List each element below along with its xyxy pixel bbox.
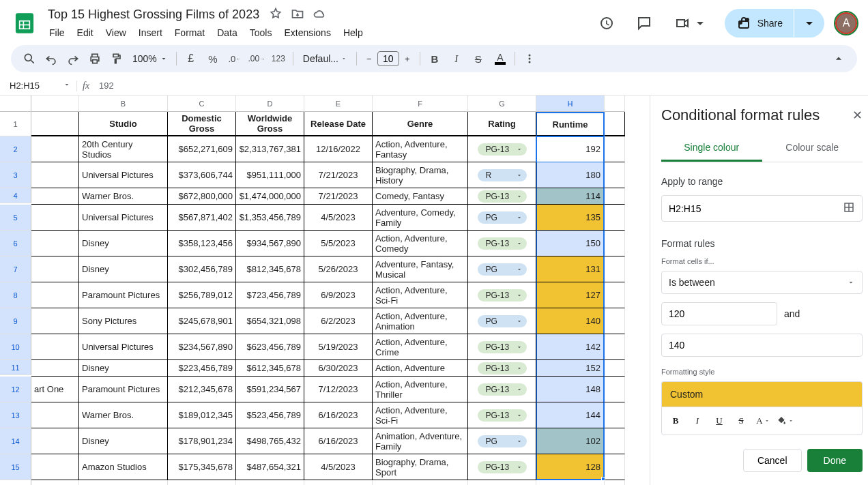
cell[interactable]: 128: [536, 454, 605, 480]
cell[interactable]: [605, 334, 625, 360]
cell[interactable]: $1,474,000,000: [236, 188, 304, 205]
cell[interactable]: Comedy, Fantasy: [373, 188, 468, 205]
cell[interactable]: $212,345,678: [168, 377, 236, 402]
col-header-G[interactable]: G: [468, 95, 536, 112]
cell[interactable]: Warner Bros.: [79, 402, 168, 428]
cell[interactable]: Paramount Pictures: [79, 282, 168, 308]
name-box[interactable]: [5, 79, 60, 92]
col-header-blank[interactable]: [605, 95, 625, 112]
cell[interactable]: 12/16/2022: [304, 136, 373, 162]
rating-chip[interactable]: PG-13: [478, 362, 527, 374]
cell[interactable]: 4/5/2023: [304, 454, 373, 480]
cell[interactable]: PG-13: [468, 136, 536, 162]
bold-icon[interactable]: B: [424, 48, 445, 69]
cell[interactable]: [31, 454, 79, 480]
cell[interactable]: $612,345,678: [236, 360, 304, 377]
close-panel-icon[interactable]: ✕: [852, 108, 863, 123]
cell[interactable]: [605, 188, 625, 205]
cell[interactable]: Amazon Studios: [79, 454, 168, 480]
cell[interactable]: Sony Pictures: [79, 308, 168, 334]
history-icon[interactable]: [592, 10, 620, 37]
cell[interactable]: $234,567,890: [168, 334, 236, 360]
comments-icon[interactable]: [631, 10, 658, 37]
cancel-button[interactable]: Cancel: [743, 449, 802, 472]
redo-icon[interactable]: [63, 48, 83, 69]
cell[interactable]: $178,901,234: [168, 428, 236, 454]
cell[interactable]: 180: [536, 162, 605, 188]
cell[interactable]: [605, 282, 625, 308]
menu-extensions[interactable]: Extensions: [278, 25, 336, 41]
rating-chip[interactable]: PG-13: [478, 190, 527, 203]
cell[interactable]: 142: [536, 334, 605, 360]
rating-chip[interactable]: PG-13: [478, 461, 527, 473]
cell[interactable]: [31, 231, 79, 256]
cell[interactable]: 140: [536, 308, 605, 334]
cell[interactable]: Animation, Adventure, Family: [373, 428, 468, 454]
menu-format[interactable]: Format: [169, 25, 210, 41]
cell[interactable]: $487,654,321: [236, 454, 304, 480]
cell[interactable]: Universal Pictures: [79, 162, 168, 188]
more-toolbar-icon[interactable]: [519, 48, 540, 69]
menu-edit[interactable]: Edit: [72, 25, 99, 41]
cell[interactable]: $654,321,098: [236, 308, 304, 334]
cell[interactable]: [31, 360, 79, 377]
cell[interactable]: PG-13: [468, 360, 536, 377]
italic-icon[interactable]: I: [446, 48, 467, 69]
cell[interactable]: PG-13: [468, 402, 536, 428]
cell[interactable]: [605, 428, 625, 454]
rating-chip[interactable]: PG: [478, 263, 527, 276]
formula-input[interactable]: [95, 79, 868, 92]
style-fill-color-icon[interactable]: [775, 411, 794, 430]
cell[interactable]: [605, 360, 625, 377]
cell[interactable]: [605, 231, 625, 256]
cell[interactable]: 7/21/2023: [304, 188, 373, 205]
range-input[interactable]: [669, 203, 843, 214]
cell[interactable]: Disney: [79, 231, 168, 256]
strikethrough-icon[interactable]: S: [468, 48, 489, 69]
cell[interactable]: 5/26/2023: [304, 256, 373, 282]
rating-chip[interactable]: PG: [478, 211, 527, 224]
cell[interactable]: $223,456,789: [168, 360, 236, 377]
rating-chip[interactable]: PG-13: [478, 341, 527, 353]
cell[interactable]: $2,313,767,381: [236, 136, 304, 162]
rating-chip[interactable]: PG-13: [478, 409, 527, 422]
increase-decimal-icon[interactable]: .00→: [246, 48, 267, 69]
cell[interactable]: 127: [536, 282, 605, 308]
cell[interactable]: Universal Pictures: [79, 334, 168, 360]
cell[interactable]: [605, 377, 625, 402]
cell[interactable]: $623,456,789: [236, 334, 304, 360]
col-header-B[interactable]: B: [79, 95, 168, 112]
cell[interactable]: 150: [536, 231, 605, 256]
cell[interactable]: $951,111,000: [236, 162, 304, 188]
max-value-input[interactable]: [661, 334, 863, 357]
cell[interactable]: [605, 162, 625, 188]
cell[interactable]: [31, 256, 79, 282]
cell[interactable]: Action, Adventure, Comedy: [373, 231, 468, 256]
cell[interactable]: 7/21/2023: [304, 162, 373, 188]
cell[interactable]: [31, 402, 79, 428]
cell[interactable]: Adventure, Fantasy, Musical: [373, 256, 468, 282]
cell[interactable]: $812,345,678: [236, 256, 304, 282]
account-avatar[interactable]: A: [835, 12, 857, 34]
col-header-H[interactable]: H: [536, 95, 605, 112]
menu-help[interactable]: Help: [338, 25, 368, 41]
cell[interactable]: $652,271,609: [168, 136, 236, 162]
cell[interactable]: $723,456,789: [236, 282, 304, 308]
cell[interactable]: 192: [536, 136, 605, 162]
cell[interactable]: Biography, Drama, History: [373, 162, 468, 188]
cell[interactable]: Disney: [79, 428, 168, 454]
cell[interactable]: Action, Adventure: [373, 360, 468, 377]
cell[interactable]: [605, 136, 625, 162]
decrease-decimal-icon[interactable]: .0←: [225, 48, 245, 69]
cell[interactable]: Action, Adventure, Thriller: [373, 377, 468, 402]
undo-icon[interactable]: [41, 48, 61, 69]
cell[interactable]: Biography, Drama, Sport: [373, 454, 468, 480]
cell[interactable]: 148: [536, 377, 605, 402]
share-button[interactable]: Share: [725, 9, 794, 38]
cell[interactable]: Action, Adventure, Sci-Fi: [373, 402, 468, 428]
sheets-logo-icon[interactable]: [11, 10, 38, 37]
style-strike-icon[interactable]: S: [732, 411, 751, 430]
cell[interactable]: PG-13: [468, 231, 536, 256]
cell[interactable]: 6/16/2023: [304, 402, 373, 428]
cell[interactable]: 7/12/2023: [304, 377, 373, 402]
